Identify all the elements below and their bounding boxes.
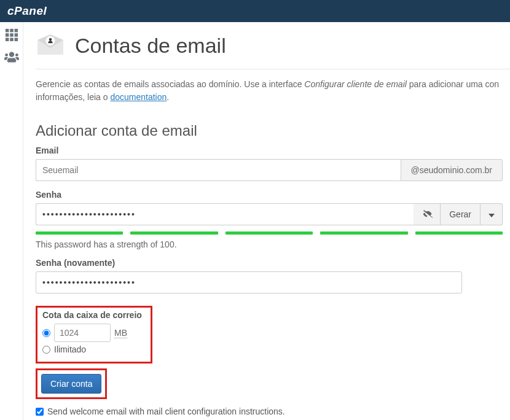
svg-rect-1 xyxy=(10,29,14,33)
password-confirm-input[interactable] xyxy=(36,271,462,294)
eye-slash-icon xyxy=(422,209,433,220)
svg-rect-2 xyxy=(14,29,18,33)
intro-text: Gerencie as contas de emails associadas … xyxy=(36,78,510,104)
svg-rect-5 xyxy=(14,33,18,37)
users-icon[interactable] xyxy=(4,51,19,65)
svg-rect-8 xyxy=(14,38,18,42)
toggle-password-visibility-button[interactable] xyxy=(414,203,441,225)
email-account-icon xyxy=(36,33,65,58)
email-domain-suffix: @seudominio.com.br xyxy=(401,159,503,181)
brand-logo: cPanel xyxy=(7,4,47,18)
svg-rect-7 xyxy=(10,38,14,42)
sidebar xyxy=(0,22,23,420)
quota-label: Cota da caixa de correio xyxy=(42,310,146,320)
main-content: Contas de email Gerencie as contas de em… xyxy=(23,22,510,420)
quota-fixed-radio[interactable] xyxy=(42,329,50,337)
password-strength-text: This password has a strength of 100. xyxy=(36,239,510,249)
apps-grid-icon[interactable] xyxy=(5,28,18,44)
create-account-button[interactable]: Criar conta xyxy=(41,374,101,394)
password-options-dropdown[interactable] xyxy=(481,203,503,225)
quota-section: Cota da caixa de correio MB Ilimitado xyxy=(36,306,152,364)
submit-wrapper: Criar conta xyxy=(36,368,107,399)
svg-rect-6 xyxy=(5,38,8,42)
password-strength-meter xyxy=(36,231,503,235)
top-bar: cPanel xyxy=(0,0,510,22)
svg-rect-4 xyxy=(10,33,14,37)
password-input[interactable] xyxy=(36,203,414,225)
password2-label: Senha (novamente) xyxy=(36,258,510,268)
quota-unlimited-label: Ilimitado xyxy=(54,344,86,354)
send-welcome-label: Send welcome email with mail client conf… xyxy=(47,406,285,416)
password-label: Senha xyxy=(36,190,510,200)
quota-unit-label: MB xyxy=(114,328,127,338)
page-title: Contas de email xyxy=(75,34,226,58)
svg-rect-3 xyxy=(5,33,8,37)
documentation-link[interactable]: documentation xyxy=(110,92,167,102)
send-welcome-checkbox[interactable] xyxy=(36,408,44,416)
quota-unlimited-radio[interactable] xyxy=(42,346,50,354)
section-title: Adicionar conta de email xyxy=(36,122,510,139)
email-label: Email xyxy=(36,146,510,155)
generate-password-button[interactable]: Gerar xyxy=(441,203,481,225)
caret-down-icon xyxy=(488,209,495,219)
quota-value-input[interactable] xyxy=(54,324,111,342)
svg-rect-0 xyxy=(5,29,8,33)
email-input[interactable] xyxy=(36,159,401,181)
